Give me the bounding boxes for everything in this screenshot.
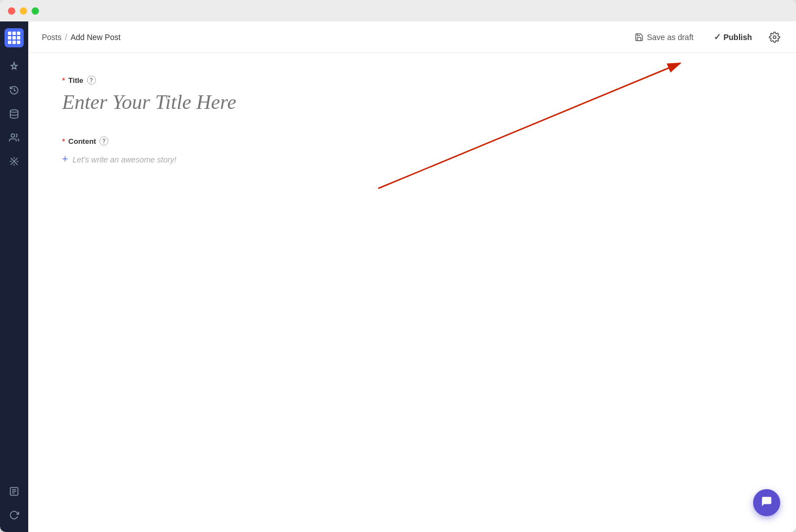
- arrow-annotation: [28, 53, 796, 532]
- app-logo[interactable]: [5, 28, 24, 47]
- maximize-button[interactable]: [32, 7, 39, 15]
- content-placeholder: Let's write an awesome story!: [73, 155, 177, 164]
- app-window: Posts / Add New Post Save as draft: [0, 0, 796, 532]
- close-button[interactable]: [8, 7, 15, 15]
- title-required-star: *: [62, 76, 65, 85]
- content-field-label: * Content ?: [62, 137, 762, 146]
- app-body: Posts / Add New Post Save as draft: [0, 21, 796, 532]
- breadcrumb: Posts / Add New Post: [42, 33, 121, 42]
- history-icon[interactable]: [4, 80, 24, 100]
- chat-icon: [760, 495, 773, 511]
- svg-point-8: [773, 36, 776, 38]
- logo-grid: [8, 32, 20, 44]
- save-draft-label: Save as draft: [647, 33, 694, 42]
- pin-icon[interactable]: [4, 56, 24, 77]
- publish-button[interactable]: ✓ Publish: [708, 28, 758, 46]
- topbar-actions: Save as draft ✓ Publish: [629, 28, 782, 46]
- content-help-icon[interactable]: ?: [99, 137, 108, 146]
- editor-area: * Title ? * Content ? + Let's write an a…: [28, 53, 796, 532]
- publish-checkmark: ✓: [714, 32, 721, 42]
- save-icon: [635, 33, 644, 42]
- document-icon[interactable]: [4, 481, 24, 502]
- title-label-text: Title: [68, 76, 84, 85]
- main-content: Posts / Add New Post Save as draft: [28, 21, 796, 532]
- svg-point-0: [10, 110, 18, 113]
- save-draft-button[interactable]: Save as draft: [629, 29, 699, 45]
- minimize-button[interactable]: [20, 7, 27, 15]
- breadcrumb-current: Add New Post: [71, 33, 121, 42]
- add-plus-icon: +: [62, 153, 68, 165]
- publish-label: Publish: [723, 33, 752, 42]
- content-section: * Content ? + Let's write an awesome sto…: [62, 137, 762, 168]
- tools-icon[interactable]: [4, 151, 24, 172]
- refresh-icon[interactable]: [4, 505, 24, 525]
- breadcrumb-separator: /: [65, 33, 67, 42]
- content-label-text: Content: [68, 137, 96, 146]
- sidebar-bottom: [4, 481, 24, 525]
- team-icon[interactable]: [4, 127, 24, 148]
- title-field-label: * Title ?: [62, 76, 762, 85]
- title-help-icon[interactable]: ?: [87, 76, 96, 85]
- sidebar: [0, 21, 28, 532]
- content-add-row[interactable]: + Let's write an awesome story!: [62, 151, 762, 168]
- title-input[interactable]: [62, 90, 762, 114]
- content-required-star: *: [62, 137, 65, 146]
- titlebar: [0, 0, 796, 21]
- gear-icon: [769, 32, 780, 43]
- svg-point-1: [11, 134, 15, 137]
- database-icon[interactable]: [4, 104, 24, 124]
- topbar: Posts / Add New Post Save as draft: [28, 21, 796, 53]
- settings-button[interactable]: [767, 29, 782, 45]
- chat-support-button[interactable]: [753, 489, 780, 516]
- breadcrumb-parent[interactable]: Posts: [42, 33, 62, 42]
